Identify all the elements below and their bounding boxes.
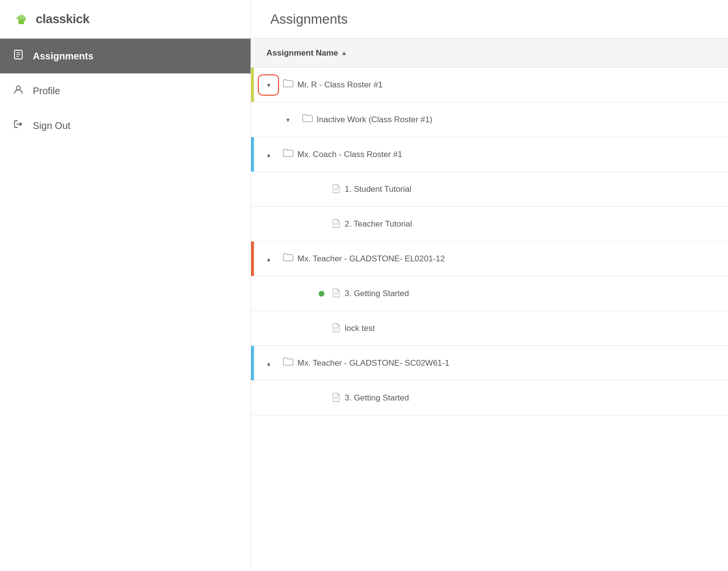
document-icon [332,184,341,195]
svg-rect-6 [16,17,19,19]
table-row[interactable]: 2. Teacher Tutorial [251,207,728,242]
logo-icon [12,10,31,29]
folder-icon [283,149,294,160]
svg-rect-5 [24,16,26,21]
main-layout: Assignments Profile Sign Out [0,39,728,571]
svg-rect-3 [20,14,22,20]
row-label: 3. Getting Started [345,393,728,403]
header: classkick Assignments [0,0,728,39]
table-row[interactable]: ▴ Mx. Teacher - GLADSTONE- EL0201-12 [251,242,728,276]
row-color-bar [251,207,254,241]
document-icon [332,323,341,334]
row-label: Mx. Teacher - GLADSTONE- SC02W61-1 [297,358,728,368]
table-row[interactable]: ▾ Inactive Work (Class Roster #1) [251,102,728,137]
row-label: Mx. Teacher - GLADSTONE- EL0201-12 [297,254,728,264]
column-header-label: Assignment Name [266,48,338,58]
logo[interactable]: classkick [12,10,89,29]
folder-icon [283,357,294,369]
row-color-bar [251,276,254,311]
row-color-bar [251,68,254,102]
status-dot [319,291,324,297]
row-color-bar [251,242,254,276]
sidebar-signout-label: Sign Out [33,120,70,131]
assignments-icon [12,49,25,63]
folder-icon [283,253,294,264]
row-label: Inactive Work (Class Roster #1) [317,115,728,125]
row-color-bar [251,311,254,345]
table-row[interactable]: ▴ Mx. Coach - Class Roster #1 [251,137,728,172]
chevron-button[interactable]: ▴ [258,144,279,165]
folder-icon [283,79,294,90]
svg-rect-4 [22,15,24,20]
sidebar: Assignments Profile Sign Out [0,39,251,571]
chevron-button[interactable]: ▴ [258,353,279,374]
content-area: Assignment Name ▲ ▾ Mr. R - Class Roster… [251,39,728,571]
row-color-bar [251,346,254,380]
sidebar-item-assignments[interactable]: Assignments [0,39,251,73]
row-color-bar [251,381,254,415]
header-left: classkick [0,0,251,38]
svg-point-11 [16,86,20,90]
folder-icon [302,114,313,125]
row-label: 2. Teacher Tutorial [345,219,728,229]
assignments-list: ▾ Mr. R - Class Roster #1▾ Inactive Work… [251,68,728,415]
chevron-button[interactable]: ▾ [258,74,279,96]
row-label: 1. Student Tutorial [345,185,728,194]
page-title: Assignments [270,12,348,27]
chevron-button[interactable]: ▾ [277,109,298,130]
table-row[interactable]: ▾ Mr. R - Class Roster #1 [251,68,728,102]
row-color-bar [251,172,254,206]
chevron-button[interactable]: ▴ [258,248,279,270]
column-header: Assignment Name ▲ [251,39,728,68]
table-row[interactable]: 3. Getting Started [251,381,728,415]
row-color-bar [251,137,254,171]
table-row[interactable]: 1. Student Tutorial [251,172,728,207]
signout-icon [12,119,25,132]
table-row[interactable]: ▴ Mx. Teacher - GLADSTONE- SC02W61-1 [251,346,728,381]
row-color-bar [251,102,254,137]
row-label: Mr. R - Class Roster #1 [297,80,728,90]
sidebar-assignments-label: Assignments [33,51,94,62]
header-right: Assignments [251,12,728,27]
row-label: 3. Getting Started [345,289,728,299]
table-row[interactable]: lock test [251,311,728,346]
row-label: lock test [345,324,728,333]
sort-icon[interactable]: ▲ [341,49,347,57]
document-icon [332,392,341,404]
table-row[interactable]: 3. Getting Started [251,276,728,311]
document-icon [332,218,341,230]
profile-icon [12,84,25,98]
sidebar-item-signout[interactable]: Sign Out [0,108,251,143]
sidebar-item-profile[interactable]: Profile [0,73,251,108]
sidebar-profile-label: Profile [33,86,60,97]
logo-text: classkick [36,12,89,27]
row-label: Mx. Coach - Class Roster #1 [297,150,728,159]
document-icon [332,288,341,300]
